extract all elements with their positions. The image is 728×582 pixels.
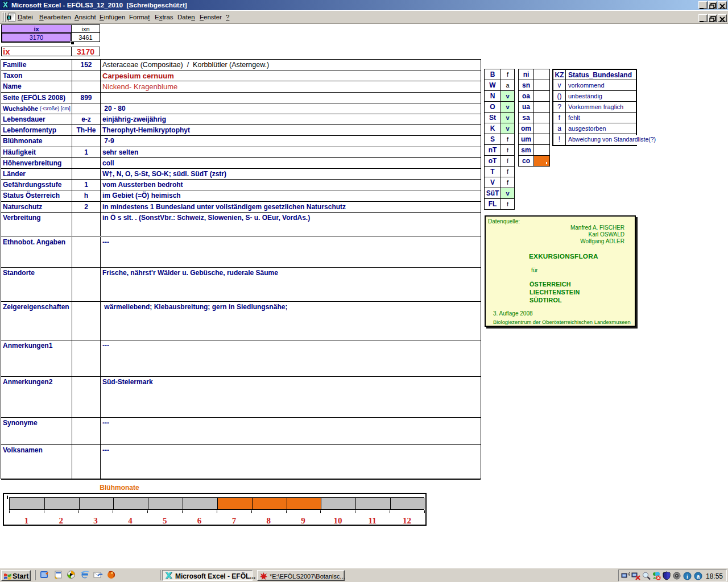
svg-text:a: a	[697, 573, 700, 580]
svg-text:i: i	[686, 573, 688, 580]
